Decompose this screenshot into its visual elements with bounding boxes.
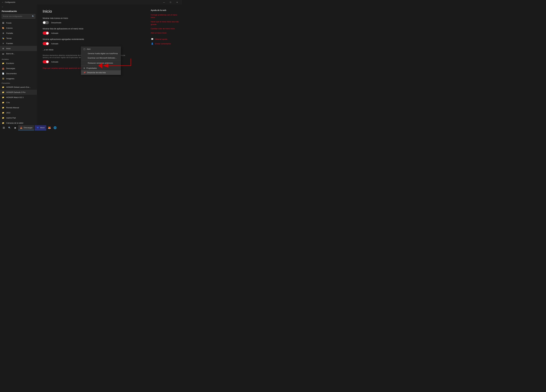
toggle-text-3: Activado (51, 43, 58, 45)
toggle-lista-apps[interactable] (43, 32, 49, 35)
sidebar-item-realme[interactable]: 📁 realme Pad (0, 115, 37, 120)
sidebar-item-pantalla[interactable]: 🖥 Pantalla (0, 31, 37, 36)
taskbar-chrome-button[interactable]: 🌐 (52, 125, 58, 130)
toggle-row-1: Desactivado (43, 21, 142, 24)
setting-label-3: Mostrar aplicaciones agregadas recientem… (43, 38, 142, 40)
desanclar-icon: 📌 (84, 72, 86, 74)
search-input[interactable] (2, 14, 35, 19)
minimize-button[interactable]: — (161, 0, 167, 5)
toggle-thumb (43, 21, 46, 24)
help-link-3[interactable]: Cambiar color de menú Inicio (151, 27, 179, 30)
titlebar-controls: — ☐ ✕ (161, 0, 180, 5)
descargas-taskbar-icon: 📥 (20, 126, 22, 129)
toggle-thumb-2 (46, 32, 49, 34)
toggle-apps-recientes[interactable] (43, 42, 49, 45)
context-menu: ▢ Abrir Generar huella digital con AutoF… (81, 47, 121, 75)
taskbar-app-word[interactable]: W Word (35, 125, 46, 130)
sidebar-item-label: HONOR Watch GS 3 (6, 96, 24, 98)
pinned-category-label: Anclados (0, 57, 37, 61)
sidebar-item-honor-earbuds[interactable]: 📁 HONOR Earbuds 3 Pro (0, 90, 37, 95)
taskbar-app-descargas[interactable]: 📥 Descargas (18, 125, 34, 130)
maximize-button[interactable]: ☐ (167, 0, 174, 5)
help-panel: Ayuda de la web Corregir problemas con e… (148, 5, 182, 125)
toggle-row-3: Activado (43, 42, 142, 45)
help-link-1[interactable]: Corregir problemas con el menú Inicio (151, 14, 179, 19)
toggle-thumb-3 (46, 42, 49, 45)
descargas-icon: 📥 (2, 67, 5, 70)
sidebar-item-descargas[interactable]: 📥 Descargas (0, 66, 37, 71)
sidebar-item-colores[interactable]: 🎨 Colores (0, 25, 37, 31)
back-icon[interactable]: ← (2, 1, 4, 3)
help-user-icon: 👤 (151, 42, 154, 45)
documentos-icon: 📄 (2, 72, 5, 75)
barra-icon: ▬ (2, 52, 5, 55)
link-carpetas[interactable]: Elige qué carpetas quieres que aparezcan… (43, 67, 85, 69)
honor-global-icon: 📁 (2, 86, 5, 89)
revista-icon: 📁 (2, 106, 5, 109)
back-arrow-icon: ← (2, 6, 4, 8)
sidebar-item-revista[interactable]: 📁 Revista Manual (0, 105, 37, 110)
sidebar-item-2022[interactable]: 📁 2022 (0, 110, 37, 115)
taskbar-start-button[interactable]: ⊞ (1, 125, 6, 130)
sidebar-item-label: Colores (6, 27, 13, 29)
help-chat-icon: 💬 (151, 38, 154, 40)
taskbar: ⊞ 🔍 ▣ 📥 Descargas W Word 🦊 🌐 (0, 125, 182, 131)
toggle-mostrar-iconos[interactable] (43, 21, 49, 24)
sidebar-item-label: Imágenes (6, 78, 14, 80)
sidebar-item-label: Documentos (6, 72, 17, 75)
context-menu-sep-1 (81, 60, 121, 61)
sidebar-item-fuentes[interactable]: A Fuentes (0, 41, 37, 46)
sidebar-item-label: HONOR Earbuds 3 Pro (6, 91, 26, 93)
toggle-text-2: Activado (51, 32, 58, 34)
sidebar-back-button[interactable]: ← (0, 5, 37, 9)
sidebar-item-camaras[interactable]: 📁 Cámaras de la tablet (0, 120, 37, 125)
sidebar-item-label: Fondo (6, 22, 12, 24)
close-button[interactable]: ✕ (174, 0, 180, 5)
sidebar-item-cvs[interactable]: 📁 CVs (0, 100, 37, 105)
abrir-label: Abrir (87, 48, 91, 50)
sidebar-item-label: Cámaras de la tablet (6, 122, 23, 124)
context-menu-item-autofirma[interactable]: Generar huella digital con AutoFirma (81, 51, 121, 56)
sidebar-item-imagenes[interactable]: 🖼 Imágenes (0, 76, 37, 81)
context-menu-item-restaurar[interactable]: Restaurar versiones anteriores (81, 61, 121, 65)
sidebar-item-honor-global[interactable]: 📁 HONOR Global Launch Eve... (0, 85, 37, 90)
context-menu-sep-2 (81, 65, 121, 66)
taskbar-view-button[interactable]: ▣ (13, 125, 18, 130)
titlebar: ← Configuración — ☐ ✕ (0, 0, 182, 5)
toggle-row-2: Activado (43, 32, 142, 35)
sidebar-item-label: Pantalla (6, 32, 13, 34)
desanclar-label: Desanclar de esta lista (87, 71, 106, 74)
sidebar-category-title: Personalización (0, 9, 37, 14)
word-taskbar-icon: W (36, 126, 39, 129)
sidebar-item-temas[interactable]: 🎭 Temas (0, 36, 37, 41)
help-link-2[interactable]: Hacer que el menú Inicio sea más grande (151, 20, 179, 25)
abrir-icon: ▢ (84, 48, 85, 50)
colores-icon: 🎨 (2, 26, 5, 29)
help-actions: 💬 Obtener ayuda 👤 Enviar comentarios (151, 38, 179, 45)
sidebar-item-escritorio[interactable]: 📁 Escritorio (0, 61, 37, 66)
defender-label: Examinar con Microsoft Defender... (88, 57, 117, 59)
context-menu-item-defender[interactable]: Examinar con Microsoft Defender... (81, 56, 121, 60)
sidebar-item-label: Escritorio (6, 62, 14, 64)
help-action-obtener[interactable]: 💬 Obtener ayuda (151, 38, 179, 40)
help-action-enviar[interactable]: 👤 Enviar comentarios (151, 42, 179, 45)
fondo-icon: 🖼 (2, 21, 5, 24)
context-menu-item-propiedades[interactable]: ⚙ Propiedades (81, 66, 121, 70)
setting-mostrar-iconos: Mostrar más iconos en Inicio Desactivado (43, 17, 142, 24)
toggle-recent[interactable] (43, 60, 49, 63)
sidebar-item-honor-watch[interactable]: 📁 HONOR Watch GS 3 (0, 95, 37, 100)
help-link-4[interactable]: Abrir el menú Inicio (151, 32, 179, 34)
taskbar-search-button[interactable]: 🔍 (7, 125, 12, 130)
sidebar-item-documentos[interactable]: 📄 Documentos (0, 71, 37, 76)
sidebar-item-inicio[interactable]: ⊞ Inicio (0, 46, 37, 51)
pantalla-icon: 🖥 (2, 32, 5, 35)
sidebar-item-barra[interactable]: ▬ Barra de... (0, 51, 37, 56)
setting-apps-recientes: Mostrar aplicaciones agregadas recientem… (43, 38, 142, 45)
setting-lista-apps: Mostrar lista de aplicaciones en el menú… (43, 28, 142, 35)
cvs-icon: 📁 (2, 101, 5, 104)
sidebar-item-fondo[interactable]: 🖼 Fondo (0, 20, 37, 25)
taskbar-firefox-button[interactable]: 🦊 (47, 125, 52, 130)
sidebar-search-container: 🔍 (2, 14, 35, 19)
context-menu-item-desanclar[interactable]: 📌 Desanclar de esta lista (81, 70, 121, 75)
context-menu-item-abrir[interactable]: ▢ Abrir (81, 47, 121, 51)
